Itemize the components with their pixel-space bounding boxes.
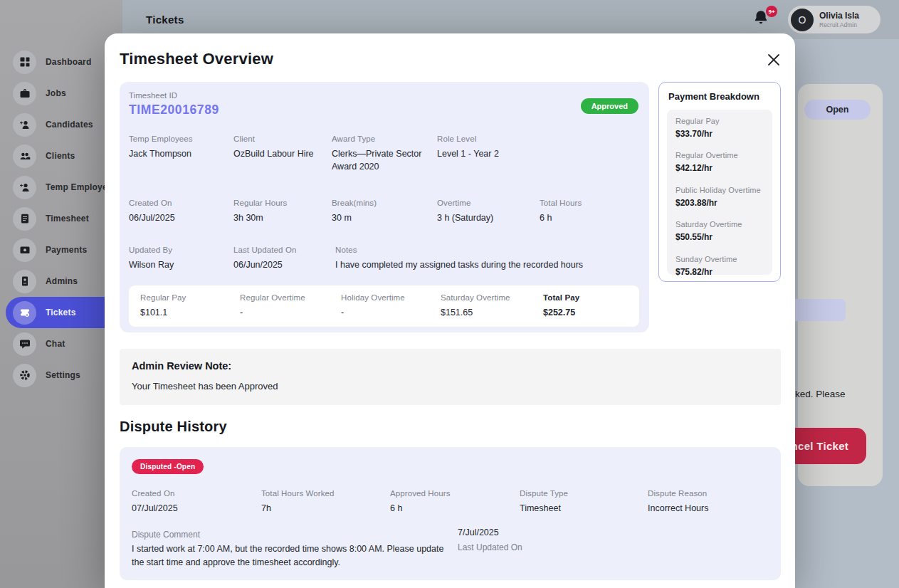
timesheet-id-label: Timesheet ID: [129, 91, 177, 100]
field-label: Created On: [129, 199, 233, 207]
people-icon: [13, 145, 36, 168]
field-value: 07/Jul/2025: [132, 502, 261, 515]
timesheet-id-value: TIME20016789: [129, 103, 219, 117]
user-name: Olivia Isla: [819, 11, 859, 21]
field-label: Dispute Type: [520, 489, 648, 498]
pay-label: Holiday Overtime: [341, 293, 441, 302]
sidebar-item-label: Candidates: [46, 120, 93, 130]
dashboard-icon: [13, 51, 36, 74]
person-add-icon: [13, 176, 36, 199]
id-badge-icon: [13, 270, 36, 293]
rate-label: Sunday Overtime: [675, 255, 764, 263]
rate-value: $42.12/hr: [675, 162, 764, 174]
timesheet-overview-modal: Timesheet Overview Timesheet ID TIME2001…: [105, 33, 795, 588]
field-value: 06/Jun/2025: [233, 258, 335, 271]
sidebar-item-label: Payments: [46, 245, 87, 255]
pay-label: Saturday Overtime: [441, 293, 543, 302]
chat-bubble-icon: [13, 332, 36, 356]
sidebar-item-label: Settings: [46, 370, 80, 380]
dispute-comment-label: Dispute Comment: [132, 530, 200, 540]
field-value: Incorrect Hours: [648, 502, 708, 515]
field-value: OzBuild Labour Hire: [233, 147, 332, 160]
dispute-status-badge: Disputed -Open: [132, 459, 204, 474]
field-value: 7h: [261, 502, 390, 515]
field-label: Approved Hours: [390, 489, 520, 498]
rate-label: Public Holiday Overtime: [675, 186, 764, 194]
field-value: 3h 30m: [233, 211, 332, 224]
dispute-last-updated-label: Last Updated On: [458, 542, 522, 552]
field-value: 06/Jul/2025: [129, 211, 233, 224]
gear-icon: [13, 364, 36, 387]
field-value: 6 h: [540, 211, 625, 224]
summary-row-3: Updated ByWilson Ray Last Updated On06/J…: [129, 246, 641, 271]
summary-row-2: Created On06/Jul/2025 Regular Hours3h 30…: [129, 199, 625, 224]
person-add-icon: [13, 113, 36, 137]
sidebar-item-label: Jobs: [46, 88, 66, 98]
rate-value: $50.55/hr: [675, 231, 764, 243]
payment-breakdown-title: Payment Breakdown: [668, 91, 772, 102]
summary-row-1: Temp EmployeesJack Thompson ClientOzBuil…: [129, 135, 540, 173]
dispute-last-updated-value: 7/Jul/2025: [458, 527, 499, 537]
admin-note-body: Your Timesheet has been Approved: [132, 381, 769, 392]
field-label: Updated By: [129, 246, 233, 254]
rate-label: Regular Pay: [675, 117, 764, 125]
background-field-box: [787, 299, 846, 321]
pay-summary-card: Regular Pay$101.1 Regular Overtime- Holi…: [128, 285, 640, 327]
field-label: Total Hours: [540, 199, 625, 207]
total-pay-value: $252.75: [543, 306, 639, 319]
field-label: Total Hours Worked: [261, 489, 390, 498]
pay-label: Regular Overtime: [240, 293, 341, 302]
sidebar-item-label: Dashboard: [46, 57, 91, 67]
notification-count-badge: 9+: [766, 6, 777, 17]
background-ticket-card: [798, 84, 883, 486]
field-label: Overtime: [437, 199, 540, 207]
ticket-status-badge: Open: [804, 100, 871, 120]
user-menu[interactable]: O Olivia Isla Recruit Admin: [788, 6, 880, 33]
field-value: 30 m: [332, 211, 437, 224]
sidebar-item-label: Admins: [46, 276, 78, 286]
close-icon[interactable]: [766, 52, 782, 68]
field-label: Client: [233, 135, 332, 143]
app-root: Dashboard Jobs Candidates: [0, 0, 899, 588]
timesheet-summary-card: Timesheet ID TIME20016789 Approved Temp …: [120, 82, 649, 332]
field-value: 6 h: [390, 502, 520, 515]
field-label: Temp Employees: [129, 135, 233, 143]
field-label: Award Type: [332, 135, 437, 143]
field-label: Dispute Reason: [648, 489, 708, 498]
clipboard-icon: [13, 207, 36, 231]
field-value: Timesheet: [520, 502, 648, 515]
field-label: Regular Hours: [233, 199, 332, 207]
field-value: Level 1 - Year 2: [437, 147, 540, 160]
rate-label: Regular Overtime: [675, 151, 764, 159]
dispute-history-card: Disputed -Open Created On07/Jul/2025 Tot…: [120, 447, 781, 580]
field-label: Role Level: [437, 135, 540, 143]
sidebar-item-label: Timesheet: [46, 214, 89, 224]
field-label: Break(mins): [332, 199, 437, 207]
sidebar-item-label: Tickets: [46, 308, 76, 317]
pay-value: $151.65: [441, 306, 543, 319]
modal-title: Timesheet Overview: [120, 50, 273, 68]
total-pay-label: Total Pay: [543, 293, 639, 302]
dispute-history-heading: Dispute History: [120, 419, 227, 435]
dispute-comment-text: I started work at 7:00 AM, but the recor…: [132, 542, 453, 570]
admin-review-note: Admin Review Note: Your Timesheet has be…: [120, 349, 781, 405]
avatar: O: [791, 9, 814, 31]
payment-breakdown-panel: Regular Pay$33.70/hr Regular Overtime$42…: [667, 110, 772, 275]
payment-card-icon: [13, 238, 36, 262]
field-label: Notes: [335, 246, 641, 254]
rate-value: $75.82/hr: [675, 266, 764, 278]
pay-label: Regular Pay: [140, 293, 240, 302]
background-clipped-text: ked. Please: [795, 389, 846, 399]
briefcase-icon: [13, 82, 36, 105]
rate-value: $33.70/hr: [675, 128, 764, 140]
payment-breakdown-card: Payment Breakdown Regular Pay$33.70/hr R…: [658, 82, 781, 282]
sidebar-item-label: Chat: [46, 339, 65, 349]
notification-bell-button[interactable]: 9+: [752, 9, 776, 33]
field-value: Clerks—Private Sector Award 2020: [332, 147, 426, 173]
field-label: Created On: [132, 489, 261, 498]
pay-value: $101.1: [140, 306, 240, 319]
sidebar-item-label: Clients: [46, 151, 75, 161]
field-value: Wilson Ray: [129, 258, 233, 271]
admin-note-title: Admin Review Note:: [132, 360, 769, 372]
field-value: Jack Thompson: [129, 147, 233, 160]
